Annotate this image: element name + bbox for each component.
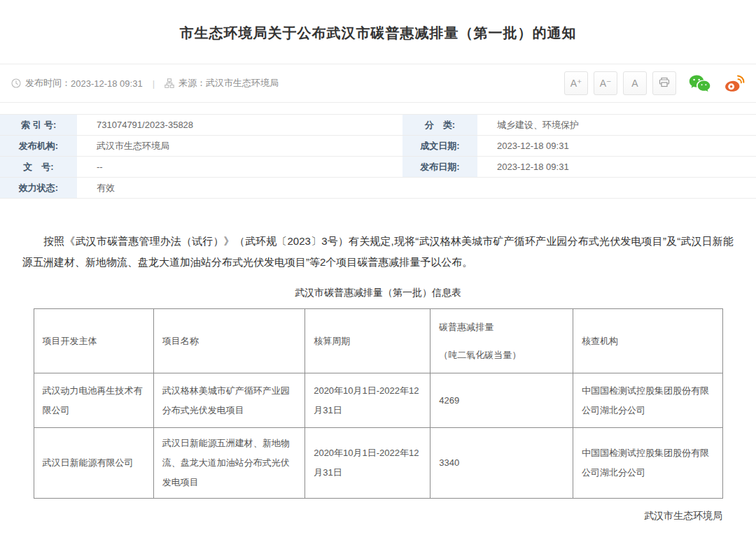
info-row: 索 引 号: 731074791/2023-35828 分 类: 城乡建设、环境… [0, 115, 756, 136]
doc-number-label: 文 号: [0, 157, 77, 178]
issuing-agency-label: 发布机构: [0, 136, 77, 157]
publish-time-label: 发布时间： [25, 77, 71, 90]
printer-icon [659, 77, 670, 90]
table-caption: 武汉市碳普惠减排量（第一批）信息表 [0, 287, 756, 299]
meta-info: 发布时间： 2023-12-18 09:31 | 来源： 武汉市生态环境局 [11, 77, 279, 90]
publish-date-value: 2023-12-18 09:31 [477, 157, 756, 178]
print-button[interactable] [652, 71, 676, 95]
wechat-share-icon[interactable] [689, 74, 710, 92]
cell-reduction: 3340 [430, 428, 573, 499]
weibo-share-icon[interactable] [723, 74, 745, 92]
cell-reduction: 4269 [430, 373, 573, 428]
written-date-label: 成文日期: [402, 136, 477, 157]
signature-block: 武汉市生态环境局 2023年12月15日 [0, 510, 756, 542]
source-label: 来源： [178, 77, 206, 90]
info-row: 发布机构: 武汉市生态环境局 成文日期: 2023-12-18 09:31 [0, 136, 756, 157]
publish-date-label: 发布日期: [402, 157, 477, 178]
page-title: 市生态环境局关于公布武汉市碳普惠减排量（第一批）的通知 [0, 0, 756, 64]
category-value: 城乡建设、环境保护 [477, 115, 756, 136]
notice-page: 市生态环境局关于公布武汉市碳普惠减排量（第一批）的通知 发布时间： 2023-1… [0, 0, 756, 542]
cell-developer: 武汉动力电池再生技术有限公司 [34, 373, 153, 428]
empty-cell [477, 178, 756, 199]
written-date-value: 2023-12-18 09:31 [477, 136, 756, 157]
issuing-agency-value: 武汉市生态环境局 [77, 136, 402, 157]
notice-paragraph: 按照《武汉市碳普惠管理办法（试行）》（武环规〔2023〕3号）有关规定,现将“武… [22, 231, 734, 273]
cell-accounting-period: 2020年10月1日-2022年12月31日 [305, 428, 430, 499]
empty-cell [402, 178, 477, 199]
col-header-project-name: 项目名称 [153, 309, 304, 373]
meta-bar: 发布时间： 2023-12-18 09:31 | 来源： 武汉市生态环境局 A⁺… [0, 64, 756, 103]
doc-number-value: -- [77, 157, 402, 178]
info-row: 文 号: -- 发布日期: 2023-12-18 09:31 [0, 157, 756, 178]
font-increase-button[interactable]: A⁺ [564, 71, 588, 95]
cell-project-name: 武汉格林美城市矿产循环产业园分布式光伏发电项目 [153, 373, 304, 428]
table-row: 武汉动力电池再生技术有限公司 武汉格林美城市矿产循环产业园分布式光伏发电项目 2… [34, 373, 722, 428]
meta-toolbar: A⁺ A⁻ A [559, 71, 745, 95]
index-number-value: 731074791/2023-35828 [77, 115, 402, 136]
font-reset-button[interactable]: A [623, 71, 647, 95]
publish-time-value: 2023-12-18 09:31 [71, 78, 143, 89]
reduction-info-table: 项目开发主体 项目名称 核算周期 碳普惠减排量 （吨二氧化碳当量） 核查机构 武… [34, 308, 723, 499]
validity-status-value: 有效 [77, 178, 402, 199]
sitemap-icon [164, 78, 174, 88]
table-row: 武汉日新能源有限公司 武汉日新能源五洲建材、新地物流、盘龙大道加油站分布式光伏发… [34, 428, 722, 499]
cell-accounting-period: 2020年10月1日-2022年12月31日 [305, 373, 430, 428]
cell-developer: 武汉日新能源有限公司 [34, 428, 153, 499]
table-header-row: 项目开发主体 项目名称 核算周期 碳普惠减排量 （吨二氧化碳当量） 核查机构 [34, 309, 722, 373]
index-number-label: 索 引 号: [0, 115, 77, 136]
source-value: 武汉市生态环境局 [206, 77, 279, 90]
col-header-reduction: 碳普惠减排量 （吨二氧化碳当量） [430, 309, 573, 373]
signature-agency: 武汉市生态环境局 [0, 510, 722, 522]
col-header-developer: 项目开发主体 [34, 309, 153, 373]
meta-separator: | [153, 78, 155, 89]
validity-status-label: 效力状态: [0, 178, 77, 199]
category-label: 分 类: [402, 115, 477, 136]
reduction-header-unit: （吨二氧化碳当量） [439, 345, 564, 365]
cell-project-name: 武汉日新能源五洲建材、新地物流、盘龙大道加油站分布式光伏发电项目 [153, 428, 304, 499]
cell-verifier: 中国国检测试控股集团股份有限公司湖北分公司 [573, 428, 722, 499]
reduction-header-text: 碳普惠减排量 [439, 318, 564, 337]
font-decrease-button[interactable]: A⁻ [594, 71, 617, 95]
col-header-verifier: 核查机构 [573, 309, 722, 373]
cell-verifier: 中国国检测试控股集团股份有限公司湖北分公司 [573, 373, 722, 428]
info-row: 效力状态: 有效 [0, 178, 756, 199]
clock-icon [11, 78, 21, 88]
document-info-table: 索 引 号: 731074791/2023-35828 分 类: 城乡建设、环境… [0, 114, 756, 199]
col-header-accounting-period: 核算周期 [305, 309, 430, 373]
